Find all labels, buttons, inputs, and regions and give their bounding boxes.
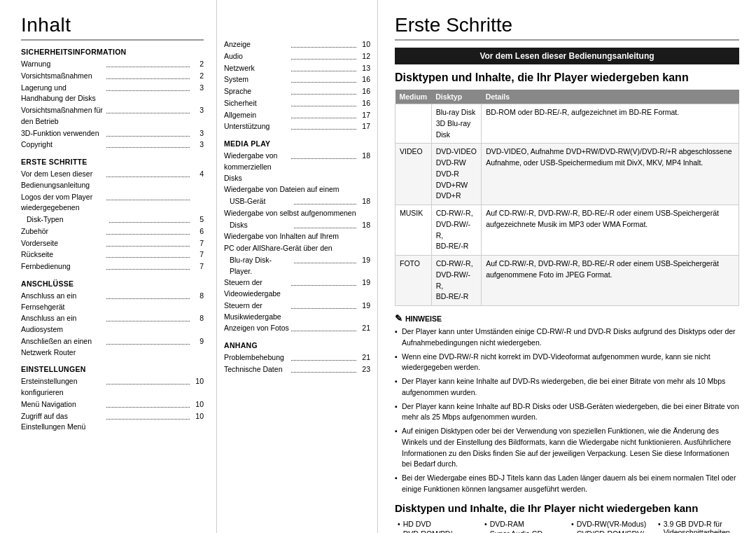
toc-item: Rückseite7 <box>21 249 204 261</box>
toc-item: PC oder AllShare-Gerät über den <box>224 243 370 254</box>
left-title: Inhalt <box>21 14 204 41</box>
section1-title: Disktypen und Inhalte, die Ihr Player wi… <box>395 71 739 84</box>
cannot-item: •DVD-ROM/PD/MV, usw. <box>398 529 476 534</box>
hints-header: ✎ HINWEISE <box>395 313 739 324</box>
hint-item: Der Player kann keine Inhalte auf BD-R D… <box>395 401 739 424</box>
cell-disktype: CD-RW/-R, DVD-RW/-R, BD-RE/-R <box>431 256 482 306</box>
toc-item: Zugriff auf das Einstellungen Menü10 <box>21 411 204 434</box>
cell-medium: MUSIK <box>396 205 432 256</box>
section-header-sicherheit: SICHERHEITSINFORMATION <box>21 48 204 56</box>
cell-medium: FOTO <box>396 256 432 306</box>
toc-item: Fernbedienung7 <box>21 261 204 272</box>
cell-details: Auf CD-RW/-R, DVD-RW/-R, BD-RE/-R oder e… <box>482 205 739 256</box>
toc-item: Wiedergabe von Inhalten auf Ihrem <box>224 231 370 242</box>
toc-item: Anzeige10 <box>224 39 370 50</box>
hint-item: Der Player kann unter Umständen einige C… <box>395 326 739 349</box>
cannot-grid: •HD DVD •DVD-ROM/PD/MV, usw. •DVD-RAM •S… <box>395 518 739 534</box>
cannot-col: •3.9 GB DVD-R fürVideoschnittarbeiten. <box>655 518 739 534</box>
toc-item: Disk-Typen5 <box>21 214 204 226</box>
cannot-item: •3.9 GB DVD-R fürVideoschnittarbeiten. <box>658 520 736 534</box>
toc-item: Ersteinstellungen konfigurieren10 <box>21 376 204 399</box>
cannot-col: •HD DVD •DVD-ROM/PD/MV, usw. <box>395 518 479 534</box>
cannot-item: •HD DVD <box>398 520 476 528</box>
toc-item: Disks18 <box>224 220 370 231</box>
section-header-anhang: ANHANG <box>224 341 370 349</box>
toc-item: Steuern der Videowiedergabe19 <box>224 277 370 300</box>
right-panel: Erste Schritte Vor dem Lesen dieser Bedi… <box>378 0 756 533</box>
toc-item: Warnung2 <box>21 59 204 70</box>
toc-item: Anzeigen von Fotos21 <box>224 323 370 334</box>
toc-item: Anschließen an einen Netzwerk Router9 <box>21 336 204 359</box>
toc-item: 3D-Funktion verwenden3 <box>21 128 204 139</box>
toc-item: Technische Daten23 <box>224 364 370 375</box>
toc-item: Wiedergabe von Dateien auf einem <box>224 184 370 195</box>
toc-item: Zubehör6 <box>21 226 204 237</box>
toc-item: Netzwerk13 <box>224 63 370 74</box>
section-header-anschluesse: ANSCHLÜSSE <box>21 279 204 288</box>
toc-item: System16 <box>224 74 370 85</box>
cannot-item: •CVD/CD-ROM/CDV/CD-G/CD-I/LD/CD-Gs nurAu… <box>571 529 650 534</box>
toc-item: Problembehebung21 <box>224 352 370 364</box>
toc-item: Sprache16 <box>224 86 370 97</box>
table-row: Blu-ray Disk 3D Blu-ray Disk BD-ROM oder… <box>396 104 739 144</box>
hints-icon: ✎ <box>395 313 402 324</box>
right-title: Erste Schritte <box>395 14 739 41</box>
col-medium: Medium <box>396 90 432 104</box>
cell-disktype: DVD-VIDEO DVD-RW DVD-R DVD+RW DVD+R <box>431 144 482 205</box>
cell-details: DVD-VIDEO, Aufnahme DVD+RW/DVD-RW(V)/DVD… <box>482 144 739 205</box>
hints-section: ✎ HINWEISE Der Player kann unter Umständ… <box>395 313 739 495</box>
toc-item: Lagerung und Handhabung der Disks3 <box>21 83 204 105</box>
toc-item: Vorsichtsmaßnahmen2 <box>21 71 204 82</box>
toc-item: USB-Gerät18 <box>224 196 370 207</box>
disk-table: Medium Disktyp Details Blu-ray Disk 3D B… <box>395 90 739 306</box>
cannot-item: •Super Audio CD(außer CD-Layer) <box>484 529 563 534</box>
cell-medium <box>396 104 432 144</box>
cell-disktype: CD-RW/-R, DVD-RW/-R, BD-RE/-R <box>431 205 482 256</box>
cannot-item: •DVD-RW(VR-Modus) <box>571 520 650 528</box>
section2-title: Disktypen und Inhalte, die Ihr Player ni… <box>395 502 739 514</box>
toc-item: Blu-ray Disk-Player.19 <box>224 255 370 277</box>
toc-item: Unterstützung17 <box>224 121 370 132</box>
cell-disktype: Blu-ray Disk 3D Blu-ray Disk <box>431 104 482 144</box>
hint-item: Der Player kann keine Inhalte auf DVD-Rs… <box>395 376 739 399</box>
toc-item: Wiedergabe von kommerziellen Disks18 <box>224 151 370 184</box>
toc-item: Vor dem Lesen dieser Bedienungsanleitung… <box>21 169 204 191</box>
section-header-erste: ERSTE SCHRITTE <box>21 158 204 166</box>
table-row: MUSIK CD-RW/-R, DVD-RW/-R, BD-RE/-R Auf … <box>396 205 739 256</box>
cell-medium: VIDEO <box>396 144 432 205</box>
toc-item: Vorsichtsmaßnahmen für den Betrieb3 <box>21 105 204 127</box>
cell-details: Auf CD-RW/-R, DVD-RW/-R, BD-RE/-R oder e… <box>482 256 739 306</box>
cannot-col: •DVD-RW(VR-Modus) •CVD/CD-ROM/CDV/CD-G/C… <box>568 518 652 534</box>
toc-item: Anschluss an ein Audiosystem8 <box>21 313 204 335</box>
left-panel: Inhalt SICHERHEITSINFORMATION Warnung2 V… <box>0 0 217 533</box>
col-disktype: Disktyp <box>431 90 482 104</box>
hints-label: HINWEISE <box>405 314 442 323</box>
section-header-mediaplay: MEDIA PLAY <box>224 139 370 148</box>
hint-item: Auf einigen Disktypen oder bei der Verwe… <box>395 426 739 470</box>
toc-item: Sicherheit16 <box>224 98 370 109</box>
toc-item: Wiedergabe von selbst aufgenommenen <box>224 208 370 219</box>
toc-item: Anschluss an ein Fernsehgerät8 <box>21 291 204 313</box>
table-row: FOTO CD-RW/-R, DVD-RW/-R, BD-RE/-R Auf C… <box>396 256 739 306</box>
toc-item: Vorderseite7 <box>21 238 204 249</box>
banner-bar: Vor dem Lesen dieser Bedienungsanleitung <box>395 48 739 64</box>
hint-item: Wenn eine DVD-RW/-R nicht korrekt im DVD… <box>395 352 739 374</box>
toc-item: Menü Navigation10 <box>21 399 204 410</box>
toc-item: Logos der vom Player wiedergegebenen <box>21 192 204 214</box>
toc-item: Audio12 <box>224 51 370 62</box>
middle-toc: Anzeige10 Audio12 Netzwerk13 System16 Sp… <box>217 0 378 533</box>
col-details: Details <box>482 90 739 104</box>
toc-item: Steuern der Musikwiedergabe19 <box>224 300 370 323</box>
table-row: VIDEO DVD-VIDEO DVD-RW DVD-R DVD+RW DVD+… <box>396 144 739 205</box>
section-header-einstellungen: EINSTELLUNGEN <box>21 365 204 373</box>
cell-details: BD-ROM oder BD-RE/-R, aufgezeichnet im B… <box>482 104 739 144</box>
toc-item-copyright: Copyright3 <box>21 139 204 151</box>
cannot-item: •DVD-RAM <box>484 520 563 528</box>
cannot-col: •DVD-RAM •Super Audio CD(außer CD-Layer) <box>482 518 566 534</box>
toc-item: Allgemein17 <box>224 110 370 121</box>
hint-item: Bei der Wiedergabe eines BD-J Titels kan… <box>395 473 739 495</box>
